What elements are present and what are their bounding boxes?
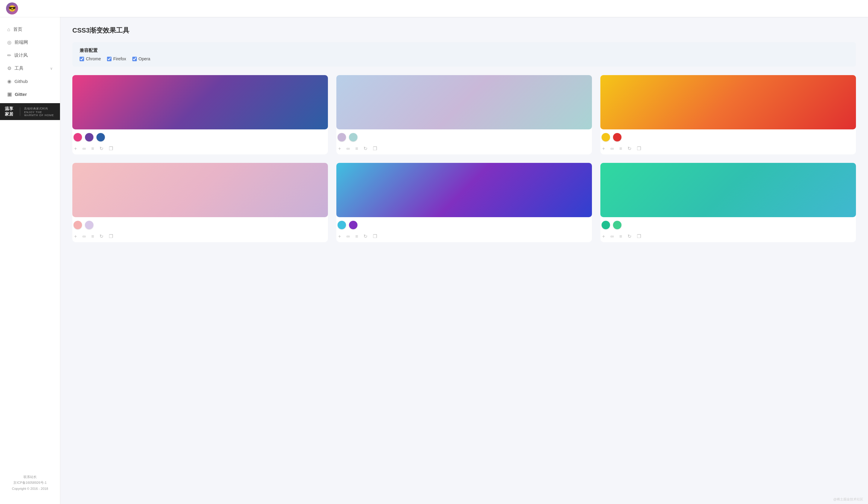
sliders-button-3[interactable]: ≡ <box>619 145 623 152</box>
compat-title: 兼容配置 <box>80 48 849 53</box>
gradient-card-3: +∞≡↻❐ <box>600 75 856 154</box>
gradient-preview-2[interactable] <box>336 75 592 129</box>
site-logo[interactable]: 😎 <box>6 2 18 14</box>
banner-subtitle2: ENJOY THE WARMTH OF HOME <box>24 111 55 117</box>
sidebar-label-home: 首页 <box>13 27 22 32</box>
color-dot-3-2[interactable] <box>613 133 621 141</box>
copy-button-4[interactable]: ❐ <box>108 233 114 240</box>
compat-opera[interactable]: Opera <box>132 57 151 61</box>
refresh-button-5[interactable]: ↻ <box>363 233 368 240</box>
color-dot-1-2[interactable] <box>85 133 93 141</box>
refresh-button-3[interactable]: ↻ <box>627 145 632 152</box>
icp-text: 京ICP备16058926号-1 <box>5 480 55 486</box>
gradient-preview-1[interactable] <box>72 75 328 129</box>
sidebar-item-github[interactable]: ◉ Github <box>0 75 60 88</box>
sliders-button-1[interactable]: ≡ <box>91 145 95 152</box>
add-button-5[interactable]: + <box>338 233 341 240</box>
gradient-actions-3: +∞≡↻❐ <box>600 144 856 154</box>
add-button-4[interactable]: + <box>74 233 78 240</box>
banner-title: 温享家居 <box>5 106 16 117</box>
gradient-card-2: +∞≡↻❐ <box>336 75 592 154</box>
firefox-label: Firefox <box>113 57 126 61</box>
refresh-button-2[interactable]: ↻ <box>363 145 368 152</box>
chrome-checkbox[interactable] <box>80 57 84 61</box>
infinite-button-3[interactable]: ∞ <box>610 145 614 152</box>
copy-button-3[interactable]: ❐ <box>636 145 642 152</box>
infinite-button-4[interactable]: ∞ <box>82 233 86 240</box>
color-dot-1-3[interactable] <box>96 133 105 141</box>
sliders-button-5[interactable]: ≡ <box>355 233 359 240</box>
gitter-icon: ▣ <box>7 91 12 97</box>
color-dot-2-2[interactable] <box>349 133 358 141</box>
sliders-button-6[interactable]: ≡ <box>619 233 623 240</box>
gradient-actions-6: +∞≡↻❐ <box>600 232 856 242</box>
gradient-colors-4 <box>72 217 328 232</box>
infinite-button-6[interactable]: ∞ <box>610 233 614 240</box>
refresh-button-4[interactable]: ↻ <box>99 233 104 240</box>
main-layout: ⌂ 首页 ◎ 前端网 ✏ 设计风 ⚙ 工具 ∨ ◉ Github ▣ <box>0 17 868 504</box>
gradient-preview-6[interactable] <box>600 163 856 217</box>
gradient-card-6: +∞≡↻❐ <box>600 163 856 242</box>
compat-card: 兼容配置 Chrome Firefox Opera <box>72 42 856 67</box>
banner-text: 温享家居 <box>5 106 16 117</box>
opera-checkbox[interactable] <box>132 57 137 61</box>
sidebar-footer: 联系站长 京ICP备16058926号-1 Copyright © 2016 -… <box>0 468 60 498</box>
add-button-2[interactable]: + <box>338 145 341 152</box>
add-button-6[interactable]: + <box>601 233 606 240</box>
infinite-button-5[interactable]: ∞ <box>346 233 350 240</box>
sidebar-item-design[interactable]: ✏ 设计风 <box>0 49 60 62</box>
color-dot-2-1[interactable] <box>338 133 346 141</box>
copy-button-5[interactable]: ❐ <box>372 233 378 240</box>
color-dot-4-1[interactable] <box>74 221 82 229</box>
add-button-1[interactable]: + <box>74 145 78 152</box>
banner-subtitle: 高端经典家式时尚 <box>24 107 55 111</box>
sidebar-label-tools: 工具 <box>14 65 23 71</box>
compat-chrome[interactable]: Chrome <box>80 57 101 61</box>
sliders-button-4[interactable]: ≡ <box>91 233 95 240</box>
frontend-icon: ◎ <box>7 40 11 45</box>
infinite-button-1[interactable]: ∞ <box>82 145 86 152</box>
sidebar-label-design: 设计风 <box>14 52 28 58</box>
gradient-colors-2 <box>336 129 592 144</box>
github-icon: ◉ <box>7 78 11 84</box>
sidebar-item-gitter[interactable]: ▣ Gitter <box>0 88 60 101</box>
firefox-checkbox[interactable] <box>107 57 112 61</box>
refresh-button-1[interactable]: ↻ <box>99 145 104 152</box>
color-dot-6-2[interactable] <box>613 221 621 229</box>
color-dot-6-1[interactable] <box>601 221 610 229</box>
copy-button-1[interactable]: ❐ <box>108 145 114 152</box>
color-dot-1-1[interactable] <box>74 133 82 141</box>
gradient-actions-5: +∞≡↻❐ <box>336 232 592 242</box>
compat-checkboxes: Chrome Firefox Opera <box>80 57 849 61</box>
gradient-actions-1: +∞≡↻❐ <box>72 144 328 154</box>
gradient-preview-4[interactable] <box>72 163 328 217</box>
page-title: CSS3渐变效果工具 <box>72 26 856 35</box>
color-dot-3-1[interactable] <box>601 133 610 141</box>
compat-firefox[interactable]: Firefox <box>107 57 126 61</box>
sliders-button-2[interactable]: ≡ <box>355 145 359 152</box>
gradient-grid: +∞≡↻❐+∞≡↻❐+∞≡↻❐+∞≡↻❐+∞≡↻❐+∞≡↻❐ <box>72 75 856 242</box>
sidebar-item-home[interactable]: ⌂ 首页 <box>0 23 60 36</box>
copy-button-2[interactable]: ❐ <box>372 145 378 152</box>
infinite-button-2[interactable]: ∞ <box>346 145 350 152</box>
gradient-card-4: +∞≡↻❐ <box>72 163 328 242</box>
tools-icon: ⚙ <box>7 65 11 71</box>
sidebar-item-tools[interactable]: ⚙ 工具 ∨ <box>0 62 60 75</box>
copy-button-6[interactable]: ❐ <box>636 233 642 240</box>
color-dot-5-2[interactable] <box>349 221 358 229</box>
gradient-colors-1 <box>72 129 328 144</box>
refresh-button-6[interactable]: ↻ <box>627 233 632 240</box>
logo-emoji: 😎 <box>8 5 16 12</box>
top-header: 😎 <box>0 0 868 17</box>
color-dot-4-2[interactable] <box>85 221 93 229</box>
add-button-3[interactable]: + <box>601 145 606 152</box>
color-dot-5-1[interactable] <box>338 221 346 229</box>
banner-subtitle-block: 高端经典家式时尚 ENJOY THE WARMTH OF HOME <box>24 107 55 117</box>
gradient-preview-5[interactable] <box>336 163 592 217</box>
gradient-preview-3[interactable] <box>600 75 856 129</box>
sidebar-item-frontend[interactable]: ◎ 前端网 <box>0 36 60 49</box>
design-icon: ✏ <box>7 52 11 58</box>
sidebar-banner[interactable]: 温享家居 高端经典家式时尚 ENJOY THE WARMTH OF HOME <box>0 103 60 120</box>
sidebar-label-github: Github <box>14 79 28 84</box>
banner-divider <box>20 107 20 116</box>
